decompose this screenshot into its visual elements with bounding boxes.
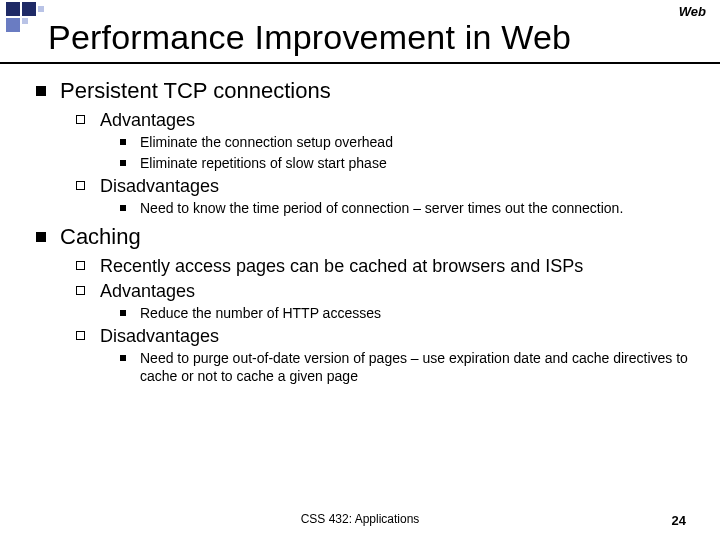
- bullet-text: Recently access pages can be cached at b…: [100, 256, 583, 276]
- bullet-text: Reduce the number of HTTP accesses: [140, 305, 381, 321]
- list-item: Advantages Reduce the number of HTTP acc…: [76, 281, 696, 323]
- footer-course-label: CSS 432: Applications: [0, 512, 720, 526]
- bullet-text: Advantages: [100, 110, 195, 130]
- bullet-text: Caching: [60, 224, 141, 249]
- bullet-text: Disadvantages: [100, 176, 219, 196]
- bullet-text: Need to know the time period of connecti…: [140, 200, 623, 216]
- list-item: Advantages Eliminate the connection setu…: [76, 110, 696, 172]
- bullet-text: Eliminate the connection setup overhead: [140, 134, 393, 150]
- bullet-text: Eliminate repetitions of slow start phas…: [140, 155, 387, 171]
- list-item: Need to know the time period of connecti…: [120, 200, 696, 218]
- bullet-text: Advantages: [100, 281, 195, 301]
- bullet-text: Persistent TCP connections: [60, 78, 331, 103]
- list-item: Recently access pages can be cached at b…: [76, 256, 696, 277]
- list-item: Caching Recently access pages can be cac…: [36, 224, 696, 386]
- slide-body: Persistent TCP connections Advantages El…: [36, 78, 696, 391]
- list-item: Reduce the number of HTTP accesses: [120, 305, 696, 323]
- bullet-text: Disadvantages: [100, 326, 219, 346]
- page-number: 24: [672, 513, 686, 528]
- list-item: Need to purge out-of-date version of pag…: [120, 350, 696, 385]
- list-item: Persistent TCP connections Advantages El…: [36, 78, 696, 218]
- header-topic-label: Web: [679, 4, 706, 19]
- list-item: Eliminate the connection setup overhead: [120, 134, 696, 152]
- list-item: Disadvantages Need to know the time peri…: [76, 176, 696, 218]
- title-underline: [0, 62, 720, 64]
- bullet-text: Need to purge out-of-date version of pag…: [140, 350, 688, 384]
- list-item: Eliminate repetitions of slow start phas…: [120, 155, 696, 173]
- list-item: Disadvantages Need to purge out-of-date …: [76, 326, 696, 385]
- slide-title: Performance Improvement in Web: [48, 18, 571, 57]
